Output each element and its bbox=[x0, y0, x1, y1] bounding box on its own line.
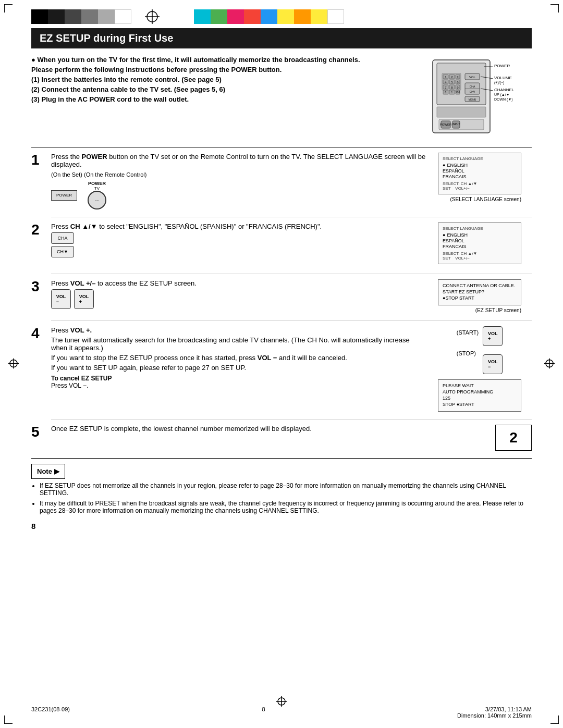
top-color-bar bbox=[0, 9, 563, 24]
step-1-right: SELECT LANGUAGE ENGLISH ESPAÑOL FRANCAIS… bbox=[427, 153, 532, 202]
step-1-number: 1 bbox=[31, 153, 46, 167]
note-bullet-2: It may be difficult to PRESET when the b… bbox=[40, 500, 532, 514]
color-bar-right bbox=[194, 9, 344, 24]
color-bar-left bbox=[31, 9, 131, 24]
step-3: 3 Press VOL +/– to access the EZ SETUP s… bbox=[31, 279, 532, 313]
start-label: (START) bbox=[457, 329, 479, 336]
svg-text:POWER: POWER bbox=[440, 123, 452, 126]
color-swatch-orange bbox=[294, 9, 311, 24]
ez-screen-line2: START EZ SETUP? bbox=[443, 289, 517, 294]
to-cancel-text: Press VOL −. bbox=[51, 382, 88, 389]
step-1-screen-caption: (SELECT LANGUAGE screen) bbox=[438, 196, 521, 202]
vol-minus-button[interactable]: VOL− bbox=[51, 289, 71, 309]
step-5: 5 Once EZ SETUP is complete, the lowest … bbox=[31, 425, 532, 451]
step4-screen-line3: 125 bbox=[443, 396, 517, 401]
vol-plus-button[interactable]: VOL+ bbox=[74, 289, 94, 309]
intro-item1: (1) Insert the batteries into the remote… bbox=[31, 76, 417, 83]
step-4-main-text: Press VOL +. bbox=[51, 326, 427, 334]
screen-english: ENGLISH bbox=[443, 163, 517, 168]
step-1: 1 Press the POWER button on the TV set o… bbox=[31, 153, 532, 209]
step-2-right: SELECT LANGUAGE ENGLISH ESPAÑOL FRANCAIS… bbox=[427, 223, 532, 266]
color-swatch-cyan bbox=[194, 9, 211, 24]
page-footer: 32C231(08-09) 8 3/27/03, 11:13 AM Dimens… bbox=[31, 706, 532, 719]
footer-code: 32C231(08-09) bbox=[31, 706, 70, 719]
svg-point-0 bbox=[10, 360, 17, 367]
svg-text:CHA: CHA bbox=[470, 85, 475, 88]
step-4-right: (START) (STOP) VOL+ VOL− PLEASE WAIT AUT… bbox=[427, 326, 532, 412]
color-swatch-yellow bbox=[277, 9, 294, 24]
top-crosshair bbox=[142, 9, 163, 24]
color-swatch-green bbox=[211, 9, 227, 24]
step-2-text: Press CH ▲/▼ to select "ENGLISH", "ESPAÑ… bbox=[51, 223, 427, 230]
screen2-english: ENGLISH bbox=[443, 232, 517, 238]
note-section: Note ▶ If EZ SETUP does not memorize all… bbox=[31, 464, 532, 514]
vol-buttons-step3: VOL− VOL+ bbox=[51, 289, 427, 309]
tv-channel-label: CHANNEL bbox=[494, 88, 515, 92]
step-4-setup-text: If you want to SET UP again, please refe… bbox=[51, 364, 427, 372]
page-title: EZ SETUP during First Use bbox=[31, 28, 532, 48]
divider-note bbox=[31, 458, 532, 459]
note-label: Note bbox=[37, 467, 52, 475]
step-2-screen: SELECT LANGUAGE ENGLISH ESPAÑOL FRANCAIS… bbox=[438, 223, 521, 264]
svg-text:0: 0 bbox=[445, 91, 447, 94]
vol-minus-step4[interactable]: VOL− bbox=[483, 354, 503, 374]
main-content: EZ SETUP during First Use ● When you tur… bbox=[31, 28, 532, 530]
step-3-number: 3 bbox=[31, 279, 46, 294]
step-3-right: CONNECT ANTENNA OR CABLE. START EZ SETUP… bbox=[427, 279, 532, 313]
intro-line2: Please perform the following instruction… bbox=[31, 66, 417, 73]
step-1-remote-power: POWER TV ··· bbox=[88, 181, 106, 209]
step-5-text: Once EZ SETUP is complete, the lowest ch… bbox=[51, 425, 427, 433]
step-3-screen-caption: (EZ SETUP screen) bbox=[438, 307, 521, 313]
footer-page-center: 8 bbox=[262, 706, 265, 719]
divider-2-3 bbox=[51, 274, 532, 274]
step-4-tuner-text: The tuner will automatically search for … bbox=[51, 336, 427, 352]
step-1-remote: (On the Set) (On the Remote Control) bbox=[51, 171, 427, 178]
vol-column: VOL+ VOL− bbox=[483, 326, 503, 374]
footer-dimension: Dimension: 140mm x 215mm bbox=[457, 712, 532, 719]
svg-rect-14 bbox=[437, 107, 486, 117]
svg-text:DOWN (▼): DOWN (▼) bbox=[494, 97, 513, 102]
step-2-screen-footer: SELECT: CH ▲/▼SET VOL+/− bbox=[443, 251, 517, 261]
step-4-number: 4 bbox=[31, 326, 46, 341]
step-3-screen: CONNECT ANTENNA OR CABLE. START EZ SETUP… bbox=[438, 279, 521, 305]
tv-power-button-illus: POWER bbox=[51, 190, 77, 201]
color-swatch-magenta bbox=[227, 9, 244, 24]
color-swatch-white2 bbox=[327, 9, 344, 24]
start-stop-labels: (START) (STOP) bbox=[457, 329, 479, 356]
color-swatch-white bbox=[115, 9, 131, 24]
step-1-screen: SELECT LANGUAGE ENGLISH ESPAÑOL FRANCAIS… bbox=[438, 153, 521, 194]
divider-3-4 bbox=[51, 320, 532, 321]
tv-volume-label: VOLUME bbox=[494, 76, 512, 80]
note-label-box: Note ▶ bbox=[31, 464, 65, 479]
svg-text:INPUT: INPUT bbox=[452, 122, 460, 126]
step-1-power-label: POWER bbox=[88, 181, 106, 186]
svg-text:1: 1 bbox=[451, 91, 453, 94]
step-1-screen-title: SELECT LANGUAGE bbox=[443, 156, 517, 161]
footer-right: 3/27/03, 11:13 AM Dimension: 140mm x 215… bbox=[457, 706, 532, 719]
step-1-tv-power: POWER bbox=[51, 190, 77, 201]
ez-screen-line1: CONNECT ANTENNA OR CABLE. bbox=[443, 283, 517, 288]
tv-svg: POWER INPUT 1 2 3 4 5 6 bbox=[427, 56, 527, 139]
step-1-screen-footer: SELECT: CH ▲/▼SET VOL+/− bbox=[443, 181, 517, 191]
step-3-text: Press VOL +/– to access the EZ SETUP scr… bbox=[51, 279, 427, 287]
ch-up-button[interactable]: CHA bbox=[51, 232, 74, 244]
step-4-cancel: To cancel EZ SETUP Press VOL −. bbox=[51, 375, 427, 389]
step-5-right: 2 bbox=[427, 425, 532, 451]
page-num-display: 8 bbox=[31, 522, 35, 530]
step-2-screen-title: SELECT LANGUAGE bbox=[443, 226, 517, 231]
step4-screen-line4: STOP ●START bbox=[443, 402, 517, 407]
svg-text:100: 100 bbox=[456, 91, 460, 94]
svg-point-6 bbox=[278, 698, 285, 705]
tv-diagram: POWER INPUT 1 2 3 4 5 6 bbox=[427, 56, 532, 141]
ch-down-button[interactable]: CH▼ bbox=[51, 246, 74, 257]
vol-plus-step4[interactable]: VOL+ bbox=[483, 326, 503, 346]
stop-label: (STOP) bbox=[457, 350, 479, 356]
note-arrow-icon: ▶ bbox=[54, 467, 59, 475]
screen2-francais: FRANCAIS bbox=[443, 244, 517, 249]
step-4: 4 Press VOL +. The tuner will automatica… bbox=[31, 326, 532, 412]
note-bullets-list: If EZ SETUP does not memorize all the ch… bbox=[31, 482, 532, 514]
note-bullet-1: If EZ SETUP does not memorize all the ch… bbox=[40, 482, 532, 497]
svg-text:(+)/(−): (+)/(−) bbox=[494, 81, 504, 85]
footer-date: 3/27/03, 11:13 AM bbox=[457, 706, 532, 712]
intro-line2-bold: Please perform the following instruction… bbox=[31, 66, 282, 73]
